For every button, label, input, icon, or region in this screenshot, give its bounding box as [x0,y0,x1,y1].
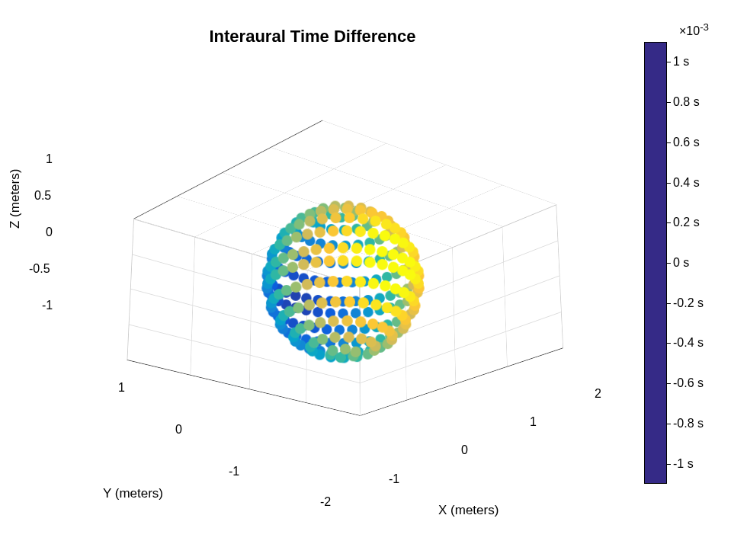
scatter-point [351,255,363,267]
scatter-point [302,279,313,290]
colorbar[interactable]: -1 s-0.8 s-0.6 s-0.4 s-0.2 s0 s0.2 s0.4 … [644,42,667,484]
scatter-point [328,315,339,327]
scatter-point [338,255,349,267]
scatter-point [370,216,380,226]
y-tick: 1 [118,381,125,395]
z-tick: 1 [46,152,53,166]
scatter-point [364,244,376,255]
scatter-point [298,246,309,257]
scatter-point [293,302,303,313]
y-tick: 0 [175,423,182,437]
scatter-point [343,331,354,342]
scatter-point [328,276,339,287]
colorbar-tick: -0.6 s [673,376,704,390]
y-tick: -1 [229,465,239,478]
scatter-point [355,277,367,288]
scatter-point [382,302,393,313]
scatter-point [304,216,315,226]
scatter-point [330,296,341,308]
scatter-point [367,228,378,238]
scatter-point [324,255,335,267]
scatter-point [377,322,388,332]
colorbar-gradient [644,42,667,484]
scatter-point [302,229,313,239]
scatter-point [303,299,315,311]
x-tick: 2 [595,387,601,401]
x-tick: -1 [389,472,399,486]
scatter-point [357,297,369,309]
scatter-point [377,259,388,270]
scatter-point [316,297,328,309]
colorbar-tick: 0.8 s [673,95,700,109]
scatter-point [341,226,352,236]
scatter-point [298,259,309,270]
z-tick: -1 [42,299,53,312]
axes-3d[interactable] [69,46,617,518]
scatter-point [315,227,325,238]
scatter-point [357,213,368,224]
scatter-point [315,317,325,328]
scatter-point [366,337,377,347]
scatter-point [338,242,349,254]
scatter-point [367,318,378,329]
scatter-point [291,232,302,242]
scatter-point [317,213,328,224]
scatter-point [329,331,340,342]
x-tick: 1 [530,415,537,429]
exponent-pow: -3 [700,21,709,33]
scatter-point [344,296,355,308]
scatter-point [390,283,401,294]
colorbar-tick: 1 s [673,55,689,69]
colorbar-tick: 0.6 s [673,136,700,149]
scatter-point [328,226,338,236]
scatter-point [355,316,367,328]
scatter-point [380,230,390,241]
scatter-point [340,344,351,354]
scatter-point [290,282,301,293]
scatter-point [350,347,361,357]
scatter-point [370,299,382,311]
scatter-point [317,334,328,344]
x-tick: 0 [461,443,468,457]
scatter-point [377,246,387,257]
scatter-point [354,226,365,237]
scatter-point [293,219,304,229]
scatter-point [390,233,400,244]
scatter-point [380,280,391,292]
scatter-point [341,315,353,327]
z-axis-label: Z (meters) [8,169,23,229]
colorbar-tick: 0.4 s [673,176,700,190]
chart-title: Interaural Time Difference [0,27,625,46]
scatter-point [310,244,322,255]
scatter-point [303,320,314,331]
scatter-point [287,249,298,260]
colorbar-tick: 0 s [673,256,689,270]
scatter-point [388,249,399,260]
colorbar-exponent: ×10-3 [679,21,709,38]
scatter-point [356,333,367,344]
colorbar-tick: -0.8 s [673,417,704,430]
colorbar-tick: -0.4 s [673,336,704,350]
scatter-point [397,252,408,263]
scatter-point [397,265,408,276]
scatter-point [364,257,376,268]
scatter-point [351,243,363,254]
z-tick: -0.5 [29,262,50,276]
scatter-point [330,213,341,223]
scatter-point [341,276,353,287]
scatter-point [324,243,335,254]
colorbar-tick: -1 s [673,457,694,471]
colorbar-tick: 0.2 s [673,216,700,229]
exponent-base: ×10 [679,24,700,37]
scatter-point [388,262,399,273]
z-tick: 0.5 [34,189,51,203]
scatter-point [327,345,338,356]
y-axis-label: Y (meters) [103,486,163,501]
scatter-point [310,257,322,268]
scatter-point [344,213,354,223]
scatter-point [314,277,325,288]
x-tick: -2 [320,495,331,509]
x-axis-label: X (meters) [438,503,499,518]
z-tick: 0 [46,226,53,239]
colorbar-tick: -0.2 s [673,296,704,310]
